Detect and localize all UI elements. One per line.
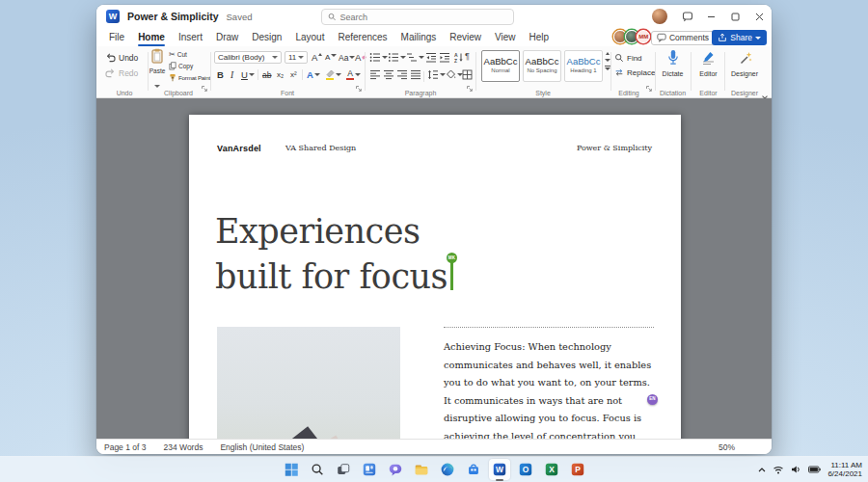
paste-clipboard-icon [150, 48, 164, 64]
speaker-icon[interactable] [791, 465, 801, 474]
copy-button[interactable]: Copy [169, 62, 193, 70]
taskbar-icon-search[interactable] [307, 459, 328, 480]
clipboard-dialog-launcher[interactable] [201, 79, 208, 96]
undo-button[interactable]: Undo [105, 52, 138, 63]
shading-bucket-icon [446, 69, 456, 80]
dictate-button[interactable] [657, 49, 689, 70]
redo-button[interactable]: Redo [105, 67, 138, 78]
cut-button[interactable]: ✂ Cut [169, 50, 187, 59]
taskbar-icon-outlook[interactable]: O [515, 459, 536, 480]
bullets-button[interactable] [369, 52, 388, 63]
zoom-level[interactable]: 50% [719, 442, 735, 452]
style-normal[interactable]: AaBbCc Normal [481, 50, 520, 82]
taskbar-icon-store[interactable] [463, 459, 484, 480]
increase-indent-button[interactable] [439, 52, 450, 63]
editor-button[interactable] [692, 51, 724, 69]
style-heading-1[interactable]: AaBbCc Heading 1 [564, 50, 603, 82]
shading-button[interactable] [446, 69, 463, 80]
tab-insert[interactable]: Insert [172, 28, 209, 46]
language-indicator[interactable]: English (United States) [220, 442, 304, 452]
search-input[interactable] [339, 13, 507, 22]
taskbar-icon-word[interactable]: W [489, 459, 510, 480]
taskbar-icon-powerpoint[interactable]: P [567, 459, 588, 480]
battery-icon[interactable] [808, 466, 821, 473]
dialog-launcher-icon [355, 85, 363, 93]
tab-file[interactable]: File [102, 28, 131, 46]
close-button[interactable] [747, 5, 772, 28]
doc-body-paragraph[interactable]: Achieving Focus: When technology communi… [444, 338, 654, 439]
document-image[interactable] [217, 327, 400, 439]
tab-design[interactable]: Design [245, 28, 288, 46]
superscript-button[interactable]: x² [290, 67, 297, 82]
user-avatar[interactable] [652, 9, 667, 24]
style-group-label: Style [477, 90, 609, 96]
strikethrough-button[interactable]: ab [262, 67, 271, 82]
align-right-button[interactable] [396, 69, 408, 80]
align-center-button[interactable] [383, 69, 394, 80]
minimize-icon [707, 13, 716, 21]
document-page[interactable]: VanArsdel VA Shared Design Power & Simpl… [189, 115, 681, 439]
style-scroll-up-icon[interactable] [606, 52, 610, 55]
page-indicator[interactable]: Page 1 of 3 [104, 442, 146, 452]
grow-font-button[interactable]: A [312, 51, 322, 64]
tab-layout[interactable]: Layout [288, 28, 331, 46]
clock[interactable]: 11:11 AM 6/24/2021 [827, 461, 862, 479]
taskbar-icon-task-view[interactable] [333, 459, 354, 480]
minimize-button[interactable] [699, 5, 723, 28]
style-no-spacing[interactable]: AaBbCc No Spacing [523, 50, 561, 82]
paragraph-group: AZ ¶ [367, 46, 474, 98]
taskbar-icon-file-explorer[interactable] [411, 459, 432, 480]
subscript-button[interactable]: x₂ [277, 67, 284, 82]
tab-references[interactable]: References [331, 28, 393, 46]
designer-button[interactable] [726, 51, 763, 69]
font-size-combo[interactable]: 11 [285, 51, 308, 64]
taskbar-icon-excel[interactable]: X [541, 459, 562, 480]
align-left-button[interactable] [369, 69, 381, 80]
tab-review[interactable]: Review [443, 28, 488, 46]
taskbar-icon-chat[interactable] [385, 459, 406, 480]
word-count[interactable]: 234 Words [163, 442, 203, 452]
comments-button[interactable]: Comments [651, 31, 715, 45]
replace-button[interactable]: Replace [614, 67, 655, 77]
collaborator-avatar-3[interactable]: MM [637, 30, 650, 43]
paste-button[interactable]: Paste [149, 48, 166, 92]
font-dialog-launcher[interactable] [355, 79, 363, 96]
taskbar-icon-widgets[interactable] [359, 459, 380, 480]
group-separator [724, 52, 725, 91]
justify-button[interactable] [410, 69, 421, 80]
tab-mailings[interactable]: Mailings [394, 28, 444, 46]
search-bar[interactable] [321, 9, 514, 25]
numbering-button[interactable] [388, 52, 406, 63]
tab-draw[interactable]: Draw [209, 28, 245, 46]
show-formatting-button[interactable]: ¶ [465, 51, 470, 61]
bold-button[interactable]: B [217, 67, 224, 82]
font-name-combo[interactable]: Calibri (Body) [214, 51, 282, 64]
share-button[interactable]: Share [712, 30, 767, 45]
save-status[interactable]: Saved [227, 12, 253, 22]
text-effects-button[interactable]: A [307, 67, 320, 82]
highlight-button[interactable] [325, 67, 341, 82]
taskbar-icon-edge[interactable] [437, 459, 458, 480]
line-spacing-button[interactable] [427, 69, 446, 80]
underline-button[interactable]: U [241, 67, 255, 82]
taskbar-icon-start[interactable] [281, 459, 302, 480]
italic-button[interactable]: I [231, 67, 233, 82]
sort-button[interactable]: AZ [453, 52, 464, 63]
change-case-button[interactable]: Aa [339, 51, 355, 64]
maximize-button[interactable] [723, 5, 747, 28]
tab-help[interactable]: Help [523, 28, 556, 46]
feedback-button[interactable] [675, 5, 699, 28]
multilevel-list-button[interactable] [406, 52, 424, 63]
undo-group: Undo Redo Undo [102, 46, 147, 98]
align-left-icon [369, 69, 381, 80]
editing-dialog-launcher[interactable] [645, 79, 653, 96]
tray-chevron-icon[interactable] [758, 468, 766, 472]
shrink-font-button[interactable]: A [325, 51, 337, 64]
tab-view[interactable]: View [488, 28, 523, 46]
decrease-indent-button[interactable] [425, 52, 437, 63]
find-button[interactable]: Find [614, 53, 642, 63]
tab-home[interactable]: Home [131, 28, 172, 46]
paragraph-dialog-launcher[interactable] [466, 79, 474, 96]
wifi-icon[interactable] [773, 465, 784, 474]
replace-arrows-icon [614, 67, 624, 77]
